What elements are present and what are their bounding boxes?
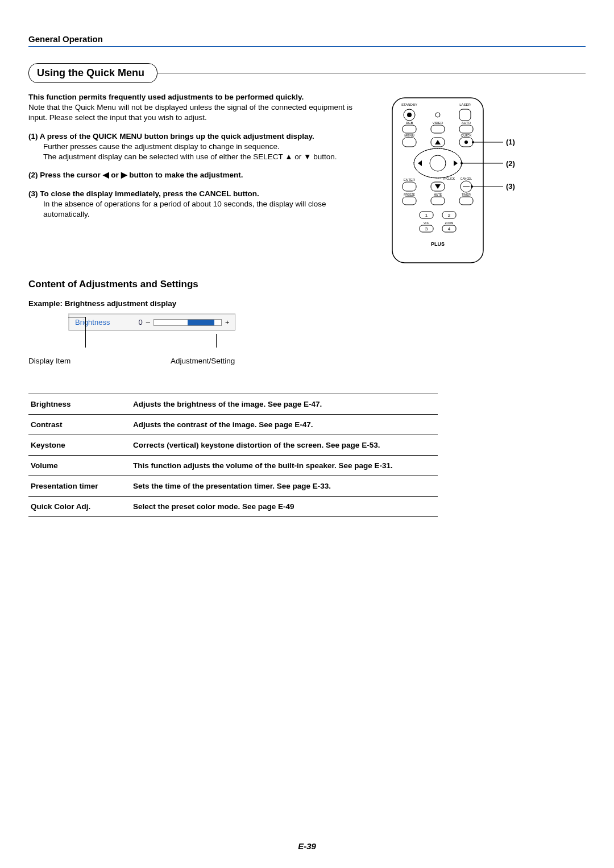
callout-2: (2) [506, 159, 515, 168]
page-header: General Operation [28, 34, 586, 44]
setting-desc: Adjusts the brightness of the image. See… [131, 394, 438, 415]
setting-name: Presentation timer [28, 476, 131, 497]
label-zoom: ZOOM [445, 221, 454, 225]
label-standby: STANDBY [401, 103, 417, 106]
svg-rect-23 [403, 197, 416, 205]
svg-rect-7 [459, 125, 473, 133]
label-cancel: CANCEL [460, 177, 472, 180]
step-1-head: (1) A press of the QUICK MENU button bri… [28, 131, 352, 142]
label-quick: QUICK [460, 134, 471, 137]
osd-plus: + [225, 318, 230, 326]
table-row: Presentation timerSets the time of the p… [28, 476, 438, 497]
svg-rect-24 [431, 197, 445, 205]
svg-rect-25 [459, 197, 473, 205]
step-3-head: (3) To close the display immediately, pr… [28, 189, 352, 199]
setting-name: Contrast [28, 415, 131, 435]
setting-desc: Select the preset color mode. See page E… [131, 497, 438, 517]
section-title-row: Using the Quick Menu [28, 63, 586, 83]
remote-control-diagram: STANDBY LASER RGB VIDEO AUTO MENU QUICK [375, 92, 563, 276]
callout-1: (1) [506, 138, 515, 146]
svg-rect-5 [403, 125, 416, 133]
label-n1: 1 [425, 213, 428, 218]
svg-point-2 [407, 113, 412, 117]
osd-bar [154, 319, 222, 326]
label-n4: 4 [448, 226, 451, 232]
label-video: VIDEO [433, 121, 443, 125]
step-1-body2: The adjustment display can be selected w… [28, 152, 352, 162]
label-n2: 2 [448, 213, 451, 218]
setting-name: Keystone [28, 435, 131, 456]
subheading: Content of Adjustments and Settings [28, 279, 586, 290]
setting-desc: Sets the time of the presentation timer.… [131, 476, 438, 497]
settings-table: BrightnessAdjusts the brightness of the … [28, 394, 438, 517]
svg-point-12 [464, 140, 468, 144]
label-freeze: FREEZE [404, 193, 415, 196]
label-laser: LASER [459, 103, 471, 106]
callout-3: (3) [506, 182, 515, 191]
osd-minus: – [146, 318, 150, 326]
setting-name: Brightness [28, 394, 131, 415]
header-rule [28, 46, 586, 47]
step-3-body: In the absence of operations for a perio… [28, 199, 352, 220]
osd-example: Brightness 0 – + [68, 313, 586, 330]
svg-rect-8 [403, 138, 416, 147]
label-mute: MUTE [434, 193, 442, 196]
caption-adjustment: Adjustment/Setting [171, 357, 235, 365]
label-timer: TIMER [462, 193, 471, 196]
intro-note: Note that the Quick Menu will not be dis… [28, 102, 352, 123]
svg-point-35 [471, 185, 473, 188]
label-rgb: RGB [405, 121, 413, 125]
osd-value: 0 [138, 318, 142, 326]
label-vol: VOL [424, 221, 429, 225]
svg-point-14 [430, 155, 446, 171]
page-number: E-39 [0, 841, 614, 851]
setting-name: Volume [28, 456, 131, 476]
step-2: (2) Press the cursor ◀ or ▶ button to ma… [28, 170, 352, 180]
setting-desc: Adjusts the contrast of the image. See p… [131, 415, 438, 435]
setting-name: Quick Color Adj. [28, 497, 131, 517]
setting-desc: Corrects (vertical) keystone distortion … [131, 435, 438, 456]
step-1: (1) A press of the QUICK MENU button bri… [28, 131, 352, 163]
svg-point-31 [472, 141, 474, 143]
osd-item-name: Brightness [75, 318, 110, 326]
label-menu: MENU [404, 134, 414, 137]
step-3: (3) To close the display immediately, pr… [28, 189, 352, 220]
label-auto: AUTO [462, 121, 471, 125]
svg-rect-18 [403, 182, 416, 191]
right-column: STANDBY LASER RGB VIDEO AUTO MENU QUICK [375, 92, 586, 228]
caption-display-item: Display Item [28, 357, 171, 365]
svg-point-33 [460, 162, 463, 164]
label-rclick: R-CLICK [443, 177, 455, 180]
osd-caption-row: Display Item Adjustment/Setting [28, 357, 586, 365]
svg-rect-6 [431, 125, 445, 133]
table-row: Quick Color Adj.Select the preset color … [28, 497, 438, 517]
table-row: BrightnessAdjusts the brightness of the … [28, 394, 438, 415]
label-brand: PLUS [431, 241, 445, 247]
label-enter: ENTER [404, 178, 416, 181]
example-label: Example: Brightness adjustment display [28, 299, 586, 308]
left-column: This function permits frequently used ad… [28, 92, 352, 228]
section-title-line [157, 73, 586, 73]
step-1-body1: Further presses cause the adjustment dis… [28, 142, 352, 152]
label-n3: 3 [425, 226, 428, 232]
setting-desc: This function adjusts the volume of the … [131, 456, 438, 476]
table-row: KeystoneCorrects (vertical) keystone dis… [28, 435, 438, 456]
table-row: VolumeThis function adjusts the volume o… [28, 456, 438, 476]
intro-bold: This function permits frequently used ad… [28, 92, 352, 102]
svg-rect-4 [459, 109, 471, 121]
step-2-head: (2) Press the cursor ◀ or ▶ button to ma… [28, 170, 352, 180]
table-row: ContrastAdjusts the contrast of the imag… [28, 415, 438, 435]
section-title-pill: Using the Quick Menu [28, 63, 157, 83]
